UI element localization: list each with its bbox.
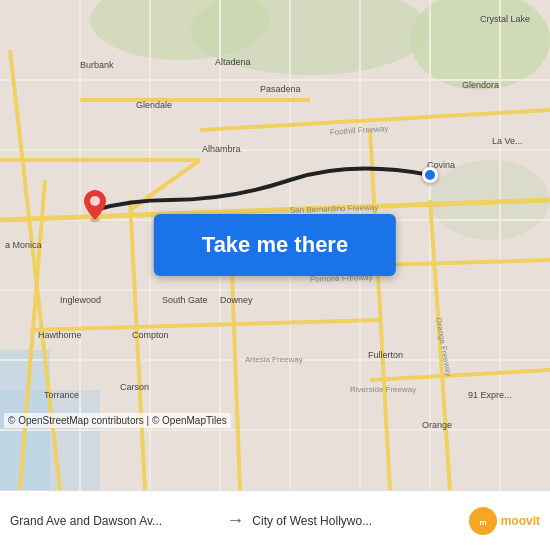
svg-text:Pasadena: Pasadena (260, 84, 301, 94)
moovit-circle: m (469, 507, 497, 535)
svg-text:Alhambra: Alhambra (202, 144, 241, 154)
moovit-text: moovit (501, 514, 540, 528)
take-me-there-button[interactable]: Take me there (154, 214, 396, 276)
bottom-bar: Grand Ave and Dawson Av... → City of Wes… (0, 490, 550, 550)
map-container: Crystal Lake Burbank Altadena Pasadena G… (0, 0, 550, 490)
svg-point-61 (90, 196, 100, 206)
svg-text:Artesia Freeway: Artesia Freeway (245, 355, 303, 364)
destination-pin (422, 167, 438, 183)
map-attribution: © OpenStreetMap contributors | © OpenMap… (4, 413, 231, 428)
svg-text:Downey: Downey (220, 295, 253, 305)
origin-label: Grand Ave and Dawson Av... (10, 514, 218, 528)
svg-text:m: m (479, 518, 486, 527)
button-overlay: Take me there (154, 214, 396, 276)
svg-text:Inglewood: Inglewood (60, 295, 101, 305)
moovit-logo: m moovit (469, 507, 540, 535)
svg-text:Torrance: Torrance (44, 390, 79, 400)
svg-text:91 Expre...: 91 Expre... (468, 390, 512, 400)
svg-text:Fullerton: Fullerton (368, 350, 403, 360)
arrow-icon: → (226, 510, 244, 531)
svg-text:Compton: Compton (132, 330, 169, 340)
svg-text:South Gate: South Gate (162, 295, 208, 305)
svg-text:Carson: Carson (120, 382, 149, 392)
destination-label: City of West Hollywo... (252, 514, 460, 528)
origin-pin (84, 190, 106, 226)
svg-text:Glendale: Glendale (136, 100, 172, 110)
svg-text:Riverside Freeway: Riverside Freeway (350, 385, 416, 394)
svg-text:La Ve...: La Ve... (492, 136, 523, 146)
svg-text:Glendora: Glendora (462, 80, 499, 90)
svg-text:Hawthorne: Hawthorne (38, 330, 82, 340)
svg-text:Burbank: Burbank (80, 60, 114, 70)
svg-text:a Monica: a Monica (5, 240, 42, 250)
svg-text:Crystal Lake: Crystal Lake (480, 14, 530, 24)
svg-text:Orange: Orange (422, 420, 452, 430)
svg-text:Altadena: Altadena (215, 57, 251, 67)
